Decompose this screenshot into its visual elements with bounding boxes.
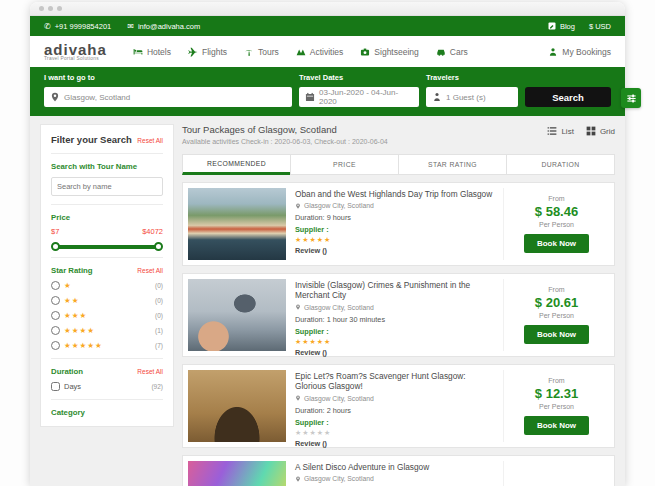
star-filter-option: ★★★★ (1) <box>51 326 163 335</box>
tour-location: Glasgow City, Scotland <box>304 395 374 402</box>
reset-all-link[interactable]: Reset All <box>137 137 163 144</box>
star-3-radio[interactable] <box>51 311 60 320</box>
tour-review-link[interactable]: Review () <box>295 439 494 448</box>
price-min-value: $7 <box>51 227 59 236</box>
per-person-label: Per Person <box>539 312 574 319</box>
tour-supplier: Supplier : <box>295 327 494 336</box>
tour-title[interactable]: Epic Let?s Roam?s Scavenger Hunt Glasgow… <box>295 371 494 392</box>
travelers-input[interactable]: 1 Guest (s) <box>426 87 518 107</box>
tour-rating-stars: ★★★★★ <box>295 429 494 437</box>
destination-label: I want to go to <box>44 73 292 82</box>
logo-text: adivaha <box>44 43 107 56</box>
list-view-icon <box>547 126 557 136</box>
filter-title: Filter your Search <box>51 134 132 145</box>
tour-image <box>188 188 286 260</box>
results-subtitle: Available activities Check-in : 2020-06-… <box>182 138 388 145</box>
destination-value: Glasgow, Scotland <box>64 93 130 102</box>
tour-review-link[interactable]: Review () <box>295 246 494 255</box>
price-from-label: From <box>548 286 564 293</box>
price-from-label: From <box>548 377 564 384</box>
main-navbar: adivaha Travel Portal Solutions Hotels F… <box>30 36 625 67</box>
tour-card: Oban and the West Highlands Day Trip fro… <box>182 182 615 266</box>
logo-tagline: Travel Portal Solutions <box>44 56 107 61</box>
travel-dates-label: Travel Dates <box>299 73 419 82</box>
map-pin-icon <box>295 203 301 209</box>
destination-input[interactable]: Glasgow, Scotland <box>44 87 292 107</box>
tour-image <box>188 370 286 442</box>
tour-location: Glasgow City, Scotland <box>304 304 374 311</box>
star-4-radio[interactable] <box>51 326 60 335</box>
duration-filter-option: Days (92) <box>51 382 163 391</box>
window-dot <box>57 6 62 11</box>
camera-icon <box>360 47 370 57</box>
blog-link[interactable]: Blog <box>548 22 575 31</box>
travelers-value: 1 Guest (s) <box>446 93 486 102</box>
search-band: I want to go to Glasgow, Scotland Travel… <box>30 67 625 116</box>
plane-icon <box>188 47 198 57</box>
star-1-radio[interactable] <box>51 281 60 290</box>
tab-star-rating[interactable]: STAR RATING <box>398 154 507 175</box>
tour-title[interactable]: Oban and the West Highlands Day Trip fro… <box>295 189 494 199</box>
tour-price: $ 20.61 <box>535 295 578 310</box>
price-range-slider[interactable] <box>54 245 160 249</box>
price-slider-handle-max[interactable] <box>154 242 163 251</box>
tab-recommended[interactable]: RECOMMENDED <box>182 154 291 175</box>
email-address: info@adivaha.com <box>138 22 200 31</box>
phone-link[interactable]: ✆ +91 9999854201 <box>44 22 111 31</box>
star-filter-option: ★★ (0) <box>51 296 163 305</box>
logo[interactable]: adivaha Travel Portal Solutions <box>44 43 107 61</box>
sliders-icon <box>626 93 637 104</box>
per-person-label: Per Person <box>539 221 574 228</box>
tour-image <box>188 461 286 486</box>
browser-window: ✆ +91 9999854201 ✉ info@adivaha.com Blog… <box>30 2 625 486</box>
nav-item-tours[interactable]: Tours <box>244 47 279 57</box>
travel-dates-input[interactable]: 03-Jun-2020 - 04-Jun-2020 <box>299 87 419 107</box>
book-now-button[interactable]: Book Now <box>524 234 589 253</box>
book-now-button[interactable]: Book Now <box>524 325 589 344</box>
tour-name-search-input[interactable] <box>51 177 163 196</box>
phone-number: +91 9999854201 <box>55 22 112 31</box>
duration-days-checkbox[interactable] <box>51 382 60 391</box>
tour-card: Epic Let?s Roam?s Scavenger Hunt Glasgow… <box>182 364 615 448</box>
blog-icon <box>548 22 556 30</box>
tour-review-link[interactable]: Review () <box>295 348 494 357</box>
my-bookings-link[interactable]: My Bookings <box>548 47 611 57</box>
duration-reset-link[interactable]: Reset All <box>137 368 163 375</box>
currency-selector[interactable]: $ USD <box>589 22 611 31</box>
phone-icon: ✆ <box>44 22 51 31</box>
bed-icon <box>133 47 143 57</box>
nav-item-cars[interactable]: Cars <box>436 47 468 57</box>
star-rating-reset-link[interactable]: Reset All <box>137 267 163 274</box>
nav-item-sightseeing[interactable]: Sightseeing <box>360 47 418 57</box>
nav-item-hotels[interactable]: Hotels <box>133 47 171 57</box>
window-dot <box>48 6 53 11</box>
tour-card: Invisible (Glasgow) Crimes & Punishment … <box>182 273 615 357</box>
guest-icon <box>432 92 442 102</box>
nav-item-flights[interactable]: Flights <box>188 47 227 57</box>
palm-tree-icon <box>244 47 254 57</box>
map-pin-icon <box>295 395 301 401</box>
sort-tabs: RECOMMENDED PRICE STAR RATING DURATION <box>182 154 615 175</box>
filter-sidebar: Filter your Search Reset All Search with… <box>40 124 174 427</box>
tour-supplier: Supplier : <box>295 225 494 234</box>
list-view-toggle[interactable]: List <box>547 126 573 136</box>
nav-item-activities[interactable]: Activities <box>296 47 344 57</box>
tour-duration: Duration: 1 hour 30 minutes <box>295 315 494 324</box>
email-link[interactable]: ✉ info@adivaha.com <box>127 22 200 31</box>
browser-chrome <box>30 2 625 16</box>
grid-view-toggle[interactable]: Grid <box>586 126 615 136</box>
tab-price[interactable]: PRICE <box>290 154 399 175</box>
tab-duration[interactable]: DURATION <box>506 154 615 175</box>
star-2-radio[interactable] <box>51 296 60 305</box>
book-now-button[interactable]: Book Now <box>524 416 589 435</box>
tour-image <box>188 279 286 351</box>
envelope-icon: ✉ <box>127 22 134 31</box>
price-slider-handle-min[interactable] <box>51 242 60 251</box>
tour-title[interactable]: Invisible (Glasgow) Crimes & Punishment … <box>295 280 494 301</box>
star-5-radio[interactable] <box>51 341 60 350</box>
tour-title[interactable]: A Silent Disco Adventure in Glasgow <box>295 462 494 472</box>
tour-rating-stars: ★★★★★ <box>295 236 494 244</box>
search-button[interactable]: Search <box>525 87 611 107</box>
top-contact-bar: ✆ +91 9999854201 ✉ info@adivaha.com Blog… <box>30 16 625 36</box>
advanced-filters-button[interactable] <box>621 88 641 108</box>
